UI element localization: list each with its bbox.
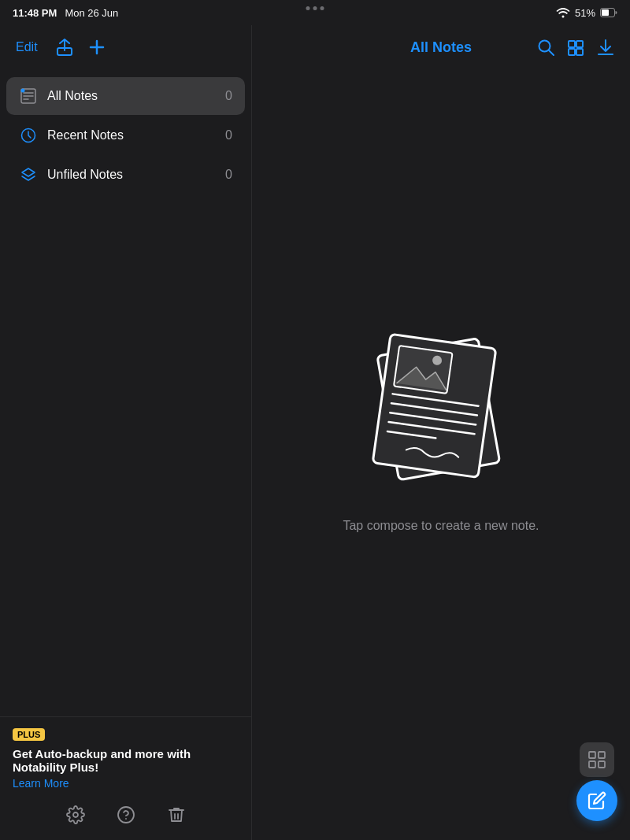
recent-notes-label: Recent Notes [47,128,225,142]
battery-percent: 51% [575,7,595,19]
nav-list: All Notes 0 Recent Notes 0 [0,69,251,202]
status-date: Mon 26 Jun [65,7,118,19]
content-title: All Notes [410,39,472,56]
content-header: All Notes [252,25,630,69]
download-button[interactable] [597,39,614,56]
battery-icon [600,8,617,17]
clock-icon [19,126,38,145]
plus-badge: PLUS [13,728,45,741]
arrange-button[interactable] [567,39,584,56]
main-layout: Edit [0,25,630,840]
status-time: 11:48 PM [13,7,57,19]
svg-rect-20 [576,49,583,55]
sidebar-item-recent-notes[interactable]: Recent Notes 0 [6,117,245,154]
top-dots-indicator [306,6,324,10]
all-notes-count: 0 [225,89,232,103]
content-area: All Notes [252,25,630,840]
empty-illustration [339,298,543,503]
unfiled-notes-label: Unfiled Notes [47,168,225,182]
svg-marker-11 [22,168,35,176]
search-button[interactable] [537,39,554,56]
sidebar-bottom: PLUS Get Auto-backup and more with Notab… [0,716,251,840]
sidebar-item-unfiled-notes[interactable]: Unfiled Notes 0 [6,156,245,194]
svg-rect-37 [589,752,595,758]
svg-rect-1 [602,9,609,16]
settings-button[interactable] [66,805,85,824]
svg-rect-40 [598,761,605,768]
status-bar: 11:48 PM Mon 26 Jun 51% [0,0,630,25]
svg-rect-18 [576,41,583,47]
svg-rect-17 [569,41,575,47]
svg-point-9 [21,89,25,93]
unfiled-notes-count: 0 [225,168,232,182]
sidebar: Edit [0,25,252,840]
empty-state-text: Tap compose to create a new note. [343,519,539,533]
empty-state: Tap compose to create a new note. [252,69,630,840]
fab-grid-button[interactable] [580,742,614,777]
fab-compose-button[interactable] [576,780,617,821]
sidebar-item-all-notes[interactable]: All Notes 0 [6,77,245,115]
recent-notes-count: 0 [225,128,232,142]
wifi-icon [556,7,570,18]
sidebar-tools [13,799,239,831]
trash-button[interactable] [167,805,186,824]
svg-rect-38 [598,752,605,758]
content-actions [537,39,614,56]
status-right: 51% [556,7,617,19]
svg-point-12 [73,812,78,817]
svg-rect-19 [569,49,575,55]
svg-rect-39 [589,761,595,768]
learn-more-link[interactable]: Learn More [13,777,239,790]
notes-icon [19,87,38,105]
edit-button[interactable]: Edit [13,37,41,57]
all-notes-label: All Notes [47,89,225,103]
add-note-button[interactable] [88,39,106,56]
share-button[interactable] [54,35,76,59]
layers-icon [19,165,38,184]
promo-title: Get Auto-backup and more with Notability… [13,747,239,774]
help-button[interactable] [117,805,135,824]
svg-point-13 [118,807,134,823]
sidebar-header: Edit [0,25,251,69]
svg-line-16 [549,50,554,55]
